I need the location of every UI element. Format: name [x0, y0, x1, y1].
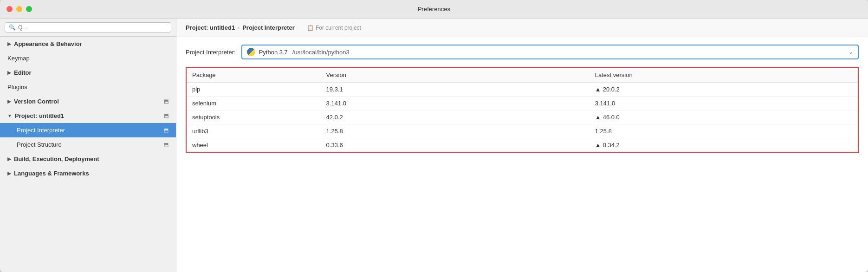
package-latest-version: ▲46.0.0 [589, 110, 858, 124]
sidebar: 🔍 ▶ Appearance & Behavior Keymap ▶ Edito… [0, 19, 176, 272]
sidebar-item-project-structure[interactable]: Project Structure ⬒ [0, 137, 176, 152]
preferences-window: Preferences 🔍 ▶ Appearance & Behavior Ke… [0, 0, 868, 272]
chevron-down-icon: ⌄ [849, 49, 853, 55]
table-header-row: Package Version Latest version [186, 67, 858, 83]
col-header-version: Version [321, 67, 589, 83]
search-wrapper[interactable]: 🔍 [5, 22, 171, 32]
package-version: 19.3.1 [321, 83, 589, 97]
interpreter-path: /usr/local/bin/python3 [292, 49, 350, 56]
package-name: selenium [186, 97, 321, 110]
sidebar-item-label: Languages & Frameworks [14, 170, 89, 177]
minimize-button[interactable] [16, 6, 22, 12]
search-input[interactable] [18, 24, 167, 31]
chevron-right-icon: ▶ [7, 156, 11, 162]
panel-body: Project Interpreter: Python 3.7 /usr/loc… [176, 37, 868, 272]
main-content: 🔍 ▶ Appearance & Behavior Keymap ▶ Edito… [0, 19, 868, 272]
chevron-right-icon: ▶ [7, 41, 11, 46]
sidebar-item-label: Version Control [14, 98, 59, 105]
sidebar-item-label: Build, Execution, Deployment [14, 155, 99, 162]
for-current-project-label: For current project [316, 25, 361, 31]
package-name: pip [186, 83, 321, 97]
package-name: wheel [186, 138, 321, 153]
for-current-project: 📋 For current project [307, 25, 361, 31]
col-header-package: Package [186, 67, 321, 83]
search-icon: 🔍 [9, 24, 16, 31]
interpreter-value: Python 3.7 [259, 49, 288, 56]
copy-icon: ⬒ [164, 142, 168, 148]
titlebar: Preferences [0, 0, 868, 19]
interpreter-select[interactable]: Python 3.7 /usr/local/bin/python3 ⌄ [241, 45, 859, 59]
search-bar: 🔍 [0, 19, 176, 37]
interpreter-label: Project Interpreter: [186, 49, 236, 56]
interpreter-row: Project Interpreter: Python 3.7 /usr/loc… [186, 45, 859, 59]
sidebar-item-label: Appearance & Behavior [14, 40, 82, 47]
package-latest-version: ▲20.0.2 [589, 83, 858, 97]
close-button[interactable] [6, 6, 13, 12]
sidebar-item-editor[interactable]: ▶ Editor [0, 65, 176, 80]
table-row[interactable]: setuptools42.0.2▲46.0.0 [186, 110, 858, 124]
sidebar-item-version-control[interactable]: ▶ Version Control ⬒ [0, 94, 176, 109]
window-controls [6, 6, 32, 12]
sidebar-item-project-interpreter[interactable]: Project Interpreter ⬒ [0, 123, 176, 137]
copy-icon: ⬒ [164, 98, 168, 104]
package-version: 42.0.2 [321, 110, 589, 124]
breadcrumb-page: Project Interpreter [242, 24, 295, 31]
package-version: 1.25.8 [321, 124, 589, 138]
breadcrumb-separator: › [238, 25, 240, 31]
upgrade-arrow-icon: ▲ [595, 114, 601, 121]
table-row[interactable]: urllib31.25.81.25.8 [186, 124, 858, 138]
copy-icon: 📋 [307, 25, 314, 31]
package-latest-version: 3.141.0 [589, 97, 858, 110]
table-row[interactable]: pip19.3.1▲20.0.2 [186, 83, 858, 97]
sidebar-item-label: Project Structure [17, 141, 62, 148]
sidebar-item-appearance[interactable]: ▶ Appearance & Behavior [0, 37, 176, 51]
window-title: Preferences [418, 6, 450, 13]
chevron-right-icon: ▶ [7, 99, 11, 104]
col-header-latest: Latest version [589, 67, 858, 83]
sidebar-item-label: Project Interpreter [17, 127, 65, 134]
package-name: setuptools [186, 110, 321, 124]
upgrade-arrow-icon: ▲ [595, 142, 601, 149]
chevron-right-icon: ▶ [7, 171, 11, 176]
chevron-down-icon: ▼ [7, 113, 12, 118]
maximize-button[interactable] [26, 6, 32, 12]
package-version: 0.33.6 [321, 138, 589, 153]
sidebar-item-label: Keymap [7, 55, 30, 62]
python-icon [247, 48, 255, 56]
table-row[interactable]: wheel0.33.6▲0.34.2 [186, 138, 858, 153]
sidebar-item-project-untitled1[interactable]: ▼ Project: untitled1 ⬒ [0, 109, 176, 123]
main-panel: Project: untitled1 › Project Interpreter… [176, 19, 868, 272]
table-row[interactable]: selenium3.141.03.141.0 [186, 97, 858, 110]
sidebar-item-label: Plugins [7, 84, 27, 91]
breadcrumb-project: Project: untitled1 [186, 24, 235, 31]
sidebar-item-label: Project: untitled1 [15, 112, 64, 119]
sidebar-item-plugins[interactable]: Plugins [0, 80, 176, 94]
sidebar-item-label: Editor [14, 69, 32, 76]
sidebar-item-build-exec[interactable]: ▶ Build, Execution, Deployment [0, 152, 176, 166]
package-version: 3.141.0 [321, 97, 589, 110]
package-latest-version: 1.25.8 [589, 124, 858, 138]
sidebar-item-keymap[interactable]: Keymap [0, 51, 176, 65]
package-latest-version: ▲0.34.2 [589, 138, 858, 153]
sidebar-item-languages[interactable]: ▶ Languages & Frameworks [0, 166, 176, 181]
upgrade-arrow-icon: ▲ [595, 86, 601, 93]
packages-table: Package Version Latest version pip19.3.1… [186, 67, 859, 153]
panel-header: Project: untitled1 › Project Interpreter… [176, 19, 868, 37]
chevron-right-icon: ▶ [7, 70, 11, 75]
copy-icon: ⬒ [164, 127, 168, 133]
copy-icon: ⬒ [164, 113, 168, 119]
package-name: urllib3 [186, 124, 321, 138]
